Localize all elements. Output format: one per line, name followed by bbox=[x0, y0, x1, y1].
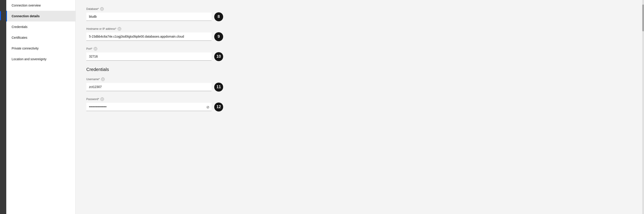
password-toggle-icon[interactable]: ⊘ bbox=[206, 105, 209, 109]
database-input[interactable] bbox=[86, 13, 212, 21]
sidebar-item-connection-details[interactable]: Connection details bbox=[6, 11, 75, 22]
hostname-label: Hostname or IP address* ⓘ bbox=[86, 27, 632, 31]
main-content: Database* ⓘ 8 Hostname or IP address* ⓘ … bbox=[76, 0, 642, 214]
username-field-group: Username* ⓘ 11 bbox=[86, 77, 632, 91]
hostname-field-group: Hostname or IP address* ⓘ 9 bbox=[86, 27, 632, 41]
database-label: Database* ⓘ bbox=[86, 7, 632, 11]
sidebar-item-credentials[interactable]: Credentials bbox=[6, 22, 75, 32]
database-field-group: Database* ⓘ 8 bbox=[86, 7, 632, 21]
sidebar-item-label: Credentials bbox=[12, 25, 28, 29]
scrollbar-track[interactable] bbox=[642, 0, 644, 214]
sidebar-item-label: Connection overview bbox=[12, 4, 41, 7]
sidebar-item-private-connectivity[interactable]: Private connectivity bbox=[6, 43, 75, 54]
left-bar-accent bbox=[0, 11, 1, 20]
sidebar-item-label: Connection details bbox=[12, 14, 40, 18]
sidebar: Connection overview Connection details C… bbox=[6, 0, 76, 214]
port-input[interactable] bbox=[86, 52, 212, 61]
sidebar-item-connection-overview[interactable]: Connection overview bbox=[6, 0, 75, 11]
username-info-icon[interactable]: ⓘ bbox=[101, 77, 105, 81]
sidebar-item-label: Certificates bbox=[12, 36, 27, 39]
hostname-step-badge: 9 bbox=[214, 32, 223, 41]
left-bar bbox=[0, 0, 6, 214]
hostname-info-icon[interactable]: ⓘ bbox=[118, 27, 121, 31]
port-field-group: Port* ⓘ 10 bbox=[86, 47, 632, 61]
username-step-badge: 11 bbox=[214, 83, 223, 92]
password-input[interactable] bbox=[86, 103, 212, 111]
sidebar-item-certificates[interactable]: Certificates bbox=[6, 32, 75, 43]
password-step-badge: 12 bbox=[214, 103, 223, 111]
database-step-badge: 8 bbox=[214, 12, 223, 21]
password-label: Password* ⓘ bbox=[86, 97, 632, 101]
username-input[interactable] bbox=[86, 83, 212, 91]
username-label: Username* ⓘ bbox=[86, 77, 632, 81]
port-info-icon[interactable]: ⓘ bbox=[94, 47, 97, 51]
port-label: Port* ⓘ bbox=[86, 47, 632, 51]
credentials-heading: Credentials bbox=[86, 67, 632, 72]
scrollbar-thumb[interactable] bbox=[642, 5, 644, 31]
password-field-group: Password* ⓘ ⊘ 12 bbox=[86, 97, 632, 111]
port-step-badge: 10 bbox=[214, 52, 223, 61]
database-info-icon[interactable]: ⓘ bbox=[100, 7, 104, 11]
hostname-input[interactable] bbox=[86, 33, 212, 41]
sidebar-item-label: Location and sovereignty bbox=[12, 57, 46, 61]
password-info-icon[interactable]: ⓘ bbox=[100, 97, 104, 101]
sidebar-item-label: Private connectivity bbox=[12, 47, 39, 50]
sidebar-item-location-sovereignty[interactable]: Location and sovereignty bbox=[6, 54, 75, 65]
